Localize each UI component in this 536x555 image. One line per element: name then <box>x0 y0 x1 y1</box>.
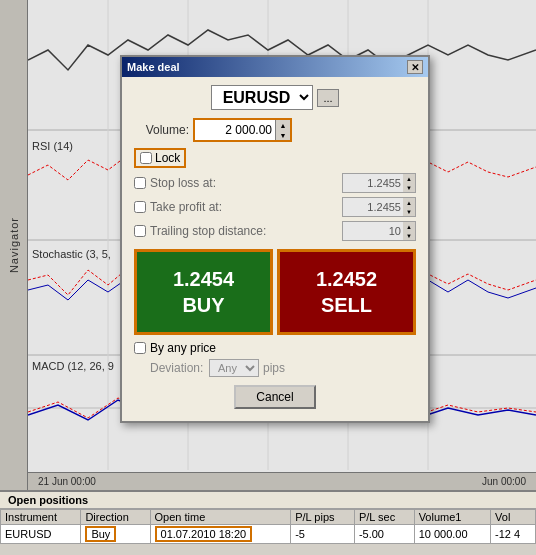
cell-open-time: 01.07.2010 18:20 <box>150 525 291 544</box>
col-pl-pips: P/L pips <box>291 510 355 525</box>
cell-volume1: 10 000.00 <box>414 525 490 544</box>
trailing-stop-row: Trailing stop distance: ▲ ▼ <box>134 221 416 241</box>
dialog-titlebar: Make deal ✕ <box>122 57 428 77</box>
volume-input-wrap: ▲ ▼ <box>193 118 292 142</box>
dialog-title: Make deal <box>127 61 180 73</box>
buy-price: 1.2454 <box>137 266 270 292</box>
buy-button[interactable]: 1.2454 BUY <box>134 249 273 335</box>
cell-pl-pips: -5 <box>291 525 355 544</box>
positions-table: Instrument Direction Open time P/L pips … <box>0 509 536 544</box>
take-profit-input[interactable] <box>343 200 403 214</box>
cancel-button[interactable]: Cancel <box>234 385 315 409</box>
positions-bar: Open positions Instrument Direction Open… <box>0 490 536 555</box>
sell-price: 1.2452 <box>280 266 413 292</box>
col-vol: Vol <box>491 510 536 525</box>
trailing-stop-input[interactable] <box>343 224 403 238</box>
deviation-label: Deviation: <box>150 361 205 375</box>
cell-pl-sec: -5.00 <box>354 525 414 544</box>
instrument-row: EURUSD ... <box>134 85 416 110</box>
take-profit-checkbox[interactable] <box>134 201 146 213</box>
col-direction: Direction <box>81 510 150 525</box>
sell-label: SELL <box>280 292 413 318</box>
stop-loss-input-wrap: ▲ ▼ <box>342 173 416 193</box>
positions-header: Open positions <box>0 492 536 509</box>
cell-direction: Buy <box>81 525 150 544</box>
stop-loss-label: Stop loss at: <box>150 176 338 190</box>
trailing-stop-input-wrap: ▲ ▼ <box>342 221 416 241</box>
trailing-stop-label: Trailing stop distance: <box>150 224 338 238</box>
stop-loss-input[interactable] <box>343 176 403 190</box>
col-pl-sec: P/L sec <box>354 510 414 525</box>
by-any-price-label: By any price <box>150 341 216 355</box>
by-any-price-row: By any price <box>134 341 416 355</box>
take-profit-spinner-up[interactable]: ▲ <box>403 198 415 207</box>
take-profit-label: Take profit at: <box>150 200 338 214</box>
lock-checkbox-wrap: Lock <box>134 148 186 168</box>
cell-instrument: EURUSD <box>1 525 81 544</box>
volume-spinner-up[interactable]: ▲ <box>276 120 290 130</box>
take-profit-row: Take profit at: ▲ ▼ <box>134 197 416 217</box>
col-instrument: Instrument <box>1 510 81 525</box>
lock-row: Lock <box>134 148 416 168</box>
instrument-select[interactable]: EURUSD <box>211 85 313 110</box>
table-row: EURUSD Buy 01.07.2010 18:20 -5 -5.00 10 … <box>1 525 536 544</box>
stop-loss-row: Stop loss at: ▲ ▼ <box>134 173 416 193</box>
direction-badge: Buy <box>85 526 116 542</box>
trade-buttons-row: 1.2454 BUY 1.2452 SELL <box>134 249 416 335</box>
volume-spinner: ▲ ▼ <box>275 120 290 140</box>
cancel-row: Cancel <box>134 385 416 409</box>
buy-label: BUY <box>137 292 270 318</box>
open-time-badge: 01.07.2010 18:20 <box>155 526 253 542</box>
volume-row: Volume: ▲ ▼ <box>134 118 416 142</box>
col-open-time: Open time <box>150 510 291 525</box>
cell-vol: -12 4 <box>491 525 536 544</box>
instrument-extra-button[interactable]: ... <box>317 89 338 107</box>
lock-checkbox[interactable] <box>140 152 152 164</box>
deviation-select[interactable]: Any <box>209 359 259 377</box>
stop-loss-spinner-down[interactable]: ▼ <box>403 183 415 192</box>
volume-input[interactable] <box>195 121 275 139</box>
deviation-pips-label: pips <box>263 361 285 375</box>
stop-loss-spinner-up[interactable]: ▲ <box>403 174 415 183</box>
trailing-stop-checkbox[interactable] <box>134 225 146 237</box>
trailing-stop-spinner-down[interactable]: ▼ <box>403 231 415 240</box>
volume-spinner-down[interactable]: ▼ <box>276 130 290 140</box>
trailing-stop-spinner-up[interactable]: ▲ <box>403 222 415 231</box>
take-profit-spinner-down[interactable]: ▼ <box>403 207 415 216</box>
by-any-price-checkbox[interactable] <box>134 342 146 354</box>
deviation-row: Deviation: Any pips <box>134 359 416 377</box>
lock-label: Lock <box>155 151 180 165</box>
stop-loss-checkbox[interactable] <box>134 177 146 189</box>
dialog-close-button[interactable]: ✕ <box>407 60 423 74</box>
make-deal-dialog: Make deal ✕ EURUSD ... Volume: ▲ ▼ <box>120 55 430 423</box>
col-volume1: Volume1 <box>414 510 490 525</box>
volume-label: Volume: <box>134 123 189 137</box>
dialog-body: EURUSD ... Volume: ▲ ▼ Lock <box>122 77 428 421</box>
take-profit-input-wrap: ▲ ▼ <box>342 197 416 217</box>
sell-button[interactable]: 1.2452 SELL <box>277 249 416 335</box>
